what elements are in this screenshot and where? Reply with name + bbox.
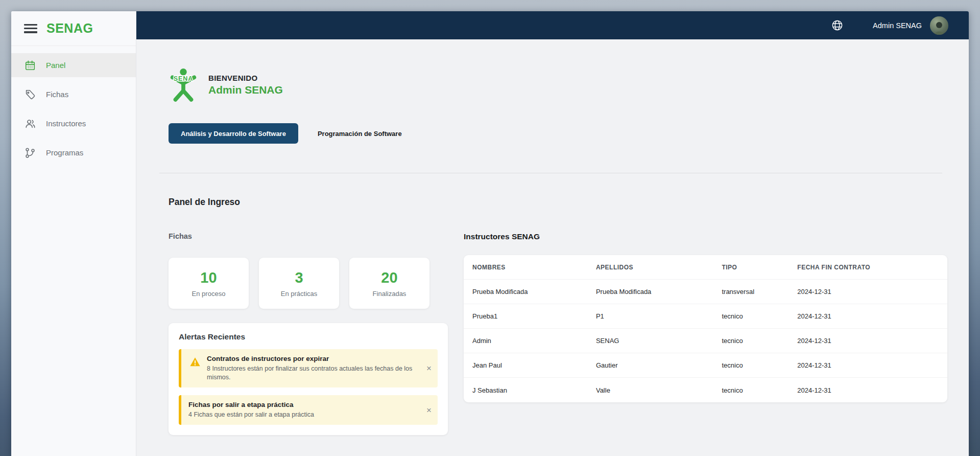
- main-content: SENA BIENVENIDO Admin SENAG Análisis y D…: [136, 39, 969, 456]
- table-row: Prueba1P1tecnico2024-12-31: [464, 304, 947, 329]
- users-icon: [25, 118, 36, 129]
- content-divider: [159, 173, 942, 173]
- sidebar-item-programas[interactable]: Programas: [11, 141, 136, 165]
- app-window: SENAG Panel Fichas Instructores Programa…: [11, 11, 969, 456]
- calendar-icon: [25, 60, 36, 71]
- alert-close-button[interactable]: ×: [426, 364, 432, 373]
- table-cell: transversal: [722, 288, 797, 295]
- sidebar-item-panel[interactable]: Panel: [11, 53, 136, 77]
- sidebar-header: SENAG: [11, 11, 136, 46]
- svg-text:SENA: SENA: [174, 75, 194, 82]
- table-cell: SENAG: [596, 337, 722, 345]
- table-cell: 2024-12-31: [797, 288, 939, 295]
- table-cell: 2024-12-31: [797, 312, 939, 320]
- table-row: Jean PaulGautiertecnico2024-12-31: [464, 353, 947, 378]
- table-cell: Admin: [472, 337, 596, 345]
- column-header: FECHA FIN CONTRATO: [797, 264, 939, 271]
- sidebar-item-label: Programas: [46, 148, 83, 157]
- brand-title: SENAG: [46, 21, 93, 36]
- table-row: J SebastianValletecnico2024-12-31: [464, 378, 947, 402]
- table-header-row: NOMBRESAPELLIDOSTIPOFECHA FIN CONTRATO: [464, 255, 947, 280]
- table-cell: Jean Paul: [472, 361, 596, 369]
- table-cell: tecnico: [722, 337, 797, 345]
- sena-logo: SENA: [169, 68, 198, 102]
- language-globe-button[interactable]: [831, 19, 843, 31]
- alert-description: 4 Fichas que están por salir a etapa prá…: [188, 411, 314, 419]
- stat-value: 10: [200, 269, 217, 286]
- column-header: NOMBRES: [472, 264, 596, 271]
- table-cell: J Sebastian: [472, 386, 596, 394]
- tag-icon: [25, 89, 36, 100]
- table-row: AdminSENAGtecnico2024-12-31: [464, 329, 947, 353]
- welcome-greeting: BIENVENIDO: [208, 74, 283, 82]
- warning-icon: [189, 356, 201, 368]
- instructores-title: Instructores SENAG: [464, 232, 947, 241]
- sidebar-menu: Panel Fichas Instructores Programas: [11, 46, 136, 165]
- stat-value: 3: [295, 269, 303, 286]
- sidebar-item-label: Fichas: [46, 90, 68, 99]
- alert-title: Contratos de instructores por expirar: [207, 355, 419, 362]
- table-cell: tecnico: [722, 361, 797, 369]
- sidebar-item-label: Panel: [46, 61, 65, 70]
- fichas-stats: 10 En proceso 3 En prácticas 20 Finaliza…: [169, 258, 448, 309]
- table-cell: Prueba Modificada: [472, 288, 596, 295]
- table-cell: tecnico: [722, 386, 797, 394]
- sidebar: SENAG Panel Fichas Instructores Programa…: [11, 11, 136, 456]
- sidebar-item-label: Instructores: [46, 119, 86, 128]
- table-row: Prueba ModificadaPrueba Modificadatransv…: [464, 280, 947, 304]
- stat-card: 3 En prácticas: [259, 258, 339, 309]
- column-header: APELLIDOS: [596, 264, 722, 271]
- table-cell: tecnico: [722, 312, 797, 320]
- table-cell: 2024-12-31: [797, 361, 939, 369]
- alert-item: Contratos de instructores por expirar 8 …: [179, 349, 438, 387]
- recent-alerts-card: Alertas Recientes Contratos de instructo…: [169, 323, 448, 435]
- sidebar-item-fichas[interactable]: Fichas: [11, 82, 136, 106]
- stat-card: 20 Finalizadas: [349, 258, 429, 309]
- table-cell: Valle: [596, 386, 722, 394]
- globe-icon: [831, 19, 843, 31]
- panel-title: Panel de Ingreso: [169, 197, 947, 208]
- tab-programacion[interactable]: Programación de Software: [312, 123, 408, 144]
- user-avatar[interactable]: [930, 16, 948, 35]
- alert-item: Fichas por salir a etapa práctica 4 Fich…: [179, 395, 438, 425]
- tab-analisis[interactable]: Análisis y Desarrollo de Software: [169, 123, 298, 144]
- column-header: TIPO: [722, 264, 797, 271]
- stat-label: Finalizadas: [373, 290, 407, 298]
- alert-description: 8 Instructores están por finalizar sus c…: [207, 364, 419, 382]
- menu-toggle-button[interactable]: [24, 24, 37, 33]
- table-cell: Prueba Modificada: [596, 288, 722, 295]
- topbar-user-name[interactable]: Admin SENAG: [873, 21, 922, 30]
- welcome-block: SENA BIENVENIDO Admin SENAG: [169, 68, 947, 102]
- topbar: Admin SENAG: [136, 11, 969, 39]
- table-cell: P1: [596, 312, 722, 320]
- alert-close-button[interactable]: ×: [426, 405, 432, 414]
- instructores-table: NOMBRESAPELLIDOSTIPOFECHA FIN CONTRATO P…: [464, 255, 947, 402]
- hamburger-icon: [24, 24, 37, 26]
- git-branch-icon: [25, 147, 36, 158]
- alerts-title: Alertas Recientes: [179, 332, 438, 341]
- alert-title: Fichas por salir a etapa práctica: [188, 401, 314, 408]
- table-cell: Gautier: [596, 361, 722, 369]
- avatar-person-icon: [931, 19, 947, 35]
- welcome-user-name: Admin SENAG: [208, 84, 283, 96]
- stat-label: En prácticas: [281, 290, 318, 298]
- fichas-section-label: Fichas: [169, 232, 448, 240]
- stat-label: En proceso: [192, 290, 226, 298]
- table-cell: 2024-12-31: [797, 386, 939, 394]
- table-cell: 2024-12-31: [797, 337, 939, 345]
- program-tabs: Análisis y Desarrollo de Software Progra…: [169, 123, 947, 144]
- sidebar-item-instructores[interactable]: Instructores: [11, 111, 136, 135]
- stat-value: 20: [381, 269, 397, 286]
- table-cell: Prueba1: [472, 312, 596, 320]
- stat-card: 10 En proceso: [169, 258, 249, 309]
